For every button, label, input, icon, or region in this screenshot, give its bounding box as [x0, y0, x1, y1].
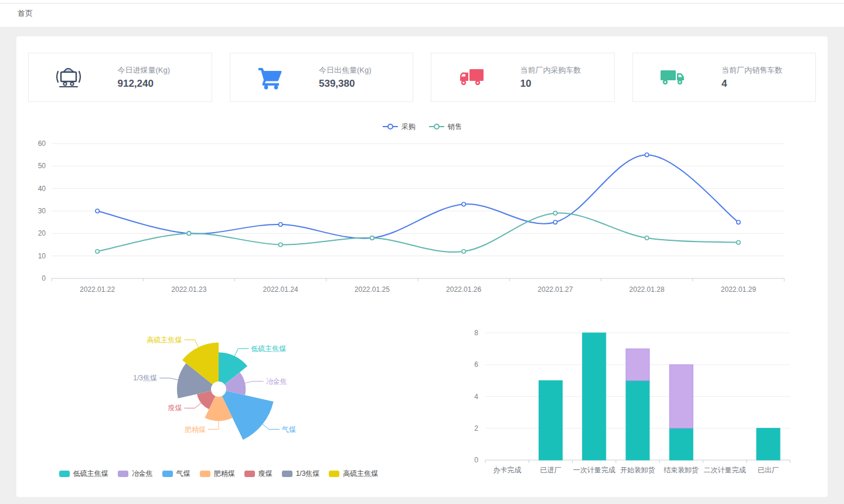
legend-item-气煤[interactable]: 气煤: [162, 469, 190, 479]
stat-text: 今日出焦量(Kg) 539,380: [319, 65, 400, 90]
legend-item-冶金焦[interactable]: 冶金焦: [118, 469, 153, 479]
svg-text:2022.01.23: 2022.01.23: [171, 285, 206, 294]
stat-value: 539,380: [319, 78, 400, 90]
stat-card-purchase-trucks: 当前厂内采购车数 10: [431, 53, 615, 102]
line-legend-marker-icon: [382, 123, 399, 130]
legend-swatch-icon: [244, 471, 255, 477]
svg-text:2022.01.29: 2022.01.29: [721, 285, 756, 294]
stat-label: 今日进煤量(Kg): [118, 65, 199, 76]
stat-card-sales-trucks: 当前厂内销售车数 4: [632, 53, 816, 102]
svg-text:8: 8: [474, 329, 478, 337]
svg-text:50: 50: [38, 162, 46, 170]
svg-text:高硫主焦煤: 高硫主焦煤: [147, 336, 182, 344]
purchase-truck-icon: [454, 66, 489, 89]
coal-cart-icon: [51, 64, 86, 90]
svg-text:2: 2: [474, 424, 478, 433]
svg-text:2022.01.27: 2022.01.27: [537, 285, 573, 294]
legend-swatch-icon: [162, 471, 173, 477]
breadcrumb-home[interactable]: 首页: [18, 8, 33, 19]
legend-label: 气煤: [176, 469, 190, 479]
svg-text:4: 4: [474, 393, 478, 401]
svg-text:瘦煤: 瘦煤: [168, 404, 182, 412]
legend-item-高硫主焦煤[interactable]: 高硫主焦煤: [329, 469, 378, 479]
topbar: 首页: [0, 0, 844, 28]
coal-type-chart-block: 低硫主焦煤冶金焦气煤肥精煤瘦煤1/3焦煤高硫主焦煤 低硫主焦煤冶金焦气煤肥精煤瘦…: [16, 323, 421, 479]
line-legend-marker-icon: [428, 123, 445, 130]
stat-value: 4: [722, 78, 802, 90]
svg-text:2022.01.24: 2022.01.24: [263, 285, 298, 294]
svg-text:2022.01.22: 2022.01.22: [80, 285, 115, 294]
stat-cards-row: 今日进煤量(Kg) 912,240 今日出焦量(Kg) 539,380: [16, 36, 828, 102]
rose-chart-legend: 低硫主焦煤冶金焦气煤肥精煤瘦煤1/3焦煤高硫主焦煤: [16, 469, 421, 479]
legend-label: 1/3焦煤: [296, 469, 320, 479]
svg-text:已出厂: 已出厂: [758, 466, 779, 474]
stat-text: 当前厂内采购车数 10: [520, 65, 601, 90]
svg-text:气煤: 气煤: [281, 425, 296, 434]
legend-label: 低硫主焦煤: [73, 469, 108, 479]
svg-text:0: 0: [474, 456, 478, 464]
legend-swatch-icon: [118, 471, 128, 477]
legend-label: 冶金焦: [132, 469, 153, 479]
coal-type-rose-chart: 低硫主焦煤冶金焦气煤肥精煤瘦煤1/3焦煤高硫主焦煤: [16, 323, 421, 462]
svg-text:0: 0: [42, 274, 46, 282]
svg-text:6: 6: [474, 360, 478, 369]
legend-swatch-icon: [59, 471, 70, 477]
legend-item-瘦煤[interactable]: 瘦煤: [244, 469, 273, 479]
legend-label: 高硫主焦煤: [343, 469, 378, 479]
legend-item-销售[interactable]: 销售: [428, 122, 462, 132]
stat-label: 当前厂内销售车数: [722, 65, 802, 76]
legend-item-1/3焦煤[interactable]: 1/3焦煤: [282, 469, 320, 479]
main-panel: 今日进煤量(Kg) 912,240 今日出焦量(Kg) 539,380: [16, 36, 828, 497]
svg-text:20: 20: [38, 229, 46, 237]
stat-value: 10: [520, 78, 601, 90]
svg-text:10: 10: [38, 252, 46, 260]
svg-text:60: 60: [38, 139, 46, 148]
svg-text:肥精煤: 肥精煤: [185, 425, 206, 434]
legend-label: 肥精煤: [214, 469, 235, 479]
svg-text:2022.01.25: 2022.01.25: [355, 285, 390, 294]
vehicle-status-chart-block: 02468办卡完成已进厂一次计量完成开始装卸货结束装卸货二次计量完成已出厂: [421, 323, 825, 479]
stat-card-coke-out: 今日出焦量(Kg) 539,380: [230, 53, 414, 102]
stat-label: 今日出焦量(Kg): [319, 65, 400, 76]
vehicle-status-bar-chart: 02468办卡完成已进厂一次计量完成开始装卸货结束装卸货二次计量完成已出厂: [421, 323, 825, 475]
line-chart-section: 采购销售 01020304050602022.01.222022.01.2320…: [16, 121, 828, 308]
svg-text:40: 40: [38, 185, 46, 193]
stat-text: 当前厂内销售车数 4: [722, 65, 802, 90]
svg-text:二次计量完成: 二次计量完成: [704, 466, 746, 474]
legend-swatch-icon: [329, 471, 339, 477]
svg-text:2022.01.28: 2022.01.28: [629, 285, 665, 294]
stat-value: 912,240: [118, 78, 199, 90]
svg-text:30: 30: [38, 207, 46, 215]
shopping-cart-icon: [253, 64, 288, 90]
svg-text:1/3焦煤: 1/3焦煤: [133, 374, 157, 382]
svg-text:开始装卸货: 开始装卸货: [620, 466, 655, 474]
stat-text: 今日进煤量(Kg) 912,240: [118, 65, 199, 90]
legend-swatch-icon: [200, 471, 210, 477]
svg-text:低硫主焦煤: 低硫主焦煤: [251, 345, 286, 353]
svg-text:冶金焦: 冶金焦: [266, 377, 287, 386]
line-chart-legend: 采购销售: [16, 121, 828, 132]
bottom-charts-row: 低硫主焦煤冶金焦气煤肥精煤瘦煤1/3焦煤高硫主焦煤 低硫主焦煤冶金焦气煤肥精煤瘦…: [16, 323, 828, 479]
svg-text:办卡完成: 办卡完成: [493, 466, 521, 474]
legend-label: 销售: [448, 122, 462, 132]
stat-card-coal-in: 今日进煤量(Kg) 912,240: [28, 53, 212, 102]
svg-text:一次计量完成: 一次计量完成: [573, 466, 615, 474]
legend-label: 瘦煤: [258, 469, 273, 479]
svg-text:已进厂: 已进厂: [540, 466, 561, 474]
svg-text:结束装卸货: 结束装卸货: [663, 466, 699, 474]
legend-item-肥精煤[interactable]: 肥精煤: [200, 469, 235, 479]
sales-truck-icon: [655, 66, 690, 89]
purchase-sales-line-chart: 01020304050602022.01.222022.01.232022.01…: [16, 135, 825, 306]
svg-text:2022.01.26: 2022.01.26: [446, 285, 481, 294]
legend-label: 采购: [401, 122, 416, 132]
stat-label: 当前厂内采购车数: [520, 65, 601, 76]
legend-item-采购[interactable]: 采购: [382, 122, 416, 132]
legend-swatch-icon: [282, 471, 292, 477]
legend-item-低硫主焦煤[interactable]: 低硫主焦煤: [59, 469, 108, 479]
